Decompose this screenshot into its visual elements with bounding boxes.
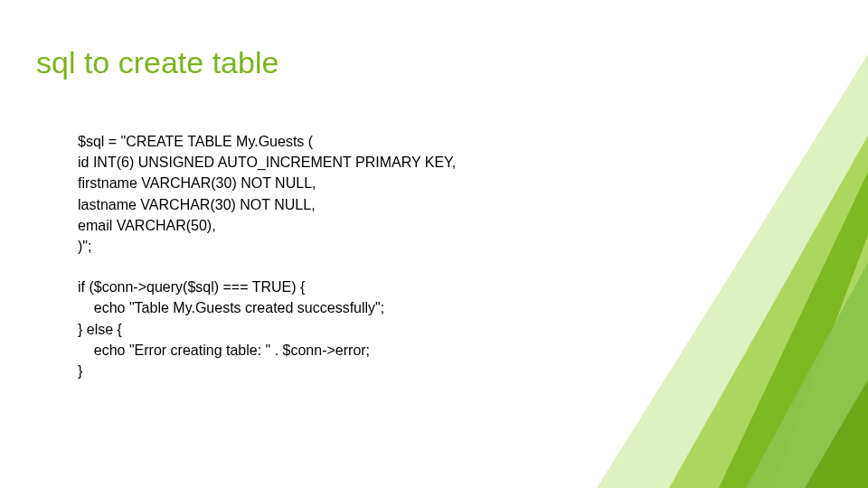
code-line: )"; xyxy=(78,236,832,257)
svg-marker-4 xyxy=(805,380,868,488)
code-block-sql: $sql = "CREATE TABLE My.Guests ( id INT(… xyxy=(78,131,832,381)
code-line: } else { xyxy=(78,319,832,340)
slide-title: sql to create table xyxy=(36,45,832,80)
code-line: lastname VARCHAR(30) NOT NULL, xyxy=(78,194,832,215)
code-line: firstname VARCHAR(30) NOT NULL, xyxy=(78,173,832,193)
code-line: id INT(6) UNSIGNED AUTO_INCREMENT PRIMAR… xyxy=(78,152,832,173)
slide: sql to create table $sql = "CREATE TABLE… xyxy=(0,0,868,488)
code-line: email VARCHAR(50), xyxy=(78,215,832,236)
code-line: if ($conn->query($sql) === TRUE) { xyxy=(78,277,832,297)
code-line: echo "Error creating table: " . $conn->e… xyxy=(78,340,832,361)
code-line: $sql = "CREATE TABLE My.Guests ( xyxy=(78,131,832,152)
code-line: echo "Table My.Guests created successful… xyxy=(78,297,832,318)
code-line: } xyxy=(78,361,832,381)
